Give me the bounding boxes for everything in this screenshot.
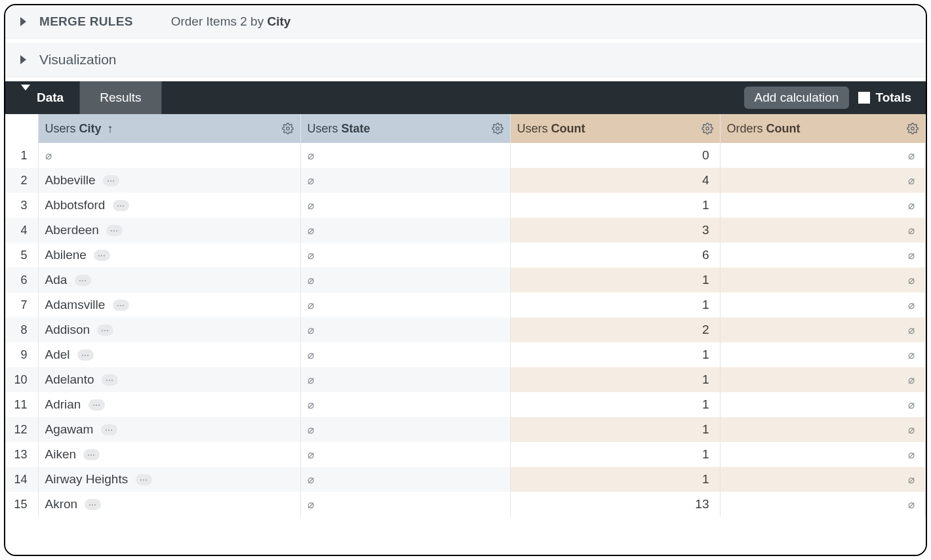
cell-state[interactable]: ⌀	[300, 168, 510, 193]
cell-state[interactable]: ⌀	[300, 367, 510, 392]
null-icon: ⌀	[307, 150, 314, 162]
more-pill-icon[interactable]: ⋯	[94, 250, 110, 261]
cell-city[interactable]: Aiken ⋯	[38, 442, 300, 467]
cell-city[interactable]: Aberdeen ⋯	[38, 218, 300, 243]
totals-checkbox[interactable]	[858, 92, 870, 104]
cell-order-count[interactable]: ⌀	[720, 268, 926, 292]
add-calculation-button[interactable]: Add calculation	[744, 87, 850, 109]
gear-icon[interactable]	[702, 123, 713, 134]
table-row: 1⌀⌀0⌀	[5, 143, 926, 168]
cell-state[interactable]: ⌀	[300, 342, 510, 367]
cell-order-count[interactable]: ⌀	[720, 342, 926, 367]
cell-city[interactable]: Adrian ⋯	[38, 392, 300, 417]
cell-state[interactable]: ⌀	[300, 143, 510, 168]
cell-user-count[interactable]: 1	[510, 467, 720, 492]
cell-order-count[interactable]: ⌀	[720, 317, 926, 342]
visualization-header[interactable]: Visualization	[5, 43, 926, 77]
cell-user-count[interactable]: 1	[510, 268, 720, 292]
cell-city[interactable]: Agawam ⋯	[38, 417, 300, 442]
cell-state[interactable]: ⌀	[300, 317, 510, 342]
cell-user-count[interactable]: 2	[510, 317, 720, 342]
table-row: 15Akron ⋯⌀13⌀	[5, 492, 926, 517]
cell-city[interactable]: Airway Heights ⋯	[38, 467, 300, 492]
cell-user-count[interactable]: 1	[510, 417, 720, 442]
cell-city[interactable]: Akron ⋯	[38, 492, 300, 517]
more-pill-icon[interactable]: ⋯	[106, 225, 123, 236]
cell-user-count[interactable]: 4	[510, 168, 720, 193]
totals-toggle[interactable]: Totals	[858, 81, 926, 114]
cell-city[interactable]: Abbotsford ⋯	[38, 193, 300, 218]
cell-order-count[interactable]: ⌀	[720, 292, 926, 317]
cell-city[interactable]: ⌀	[38, 143, 300, 168]
cell-user-count[interactable]: 1	[510, 342, 720, 367]
cell-user-count[interactable]: 1	[510, 292, 720, 317]
more-pill-icon[interactable]: ⋯	[83, 449, 100, 460]
row-number: 14	[5, 467, 38, 492]
more-pill-icon[interactable]: ⋯	[136, 474, 152, 485]
more-pill-icon[interactable]: ⋯	[103, 175, 119, 186]
cell-user-count[interactable]: 0	[510, 143, 720, 168]
cell-state[interactable]: ⌀	[300, 218, 510, 243]
cell-user-count[interactable]: 1	[510, 392, 720, 417]
cell-city[interactable]: Abilene ⋯	[38, 243, 300, 268]
cell-order-count[interactable]: ⌀	[720, 168, 926, 193]
gear-icon[interactable]	[282, 123, 294, 134]
cell-order-count[interactable]: ⌀	[720, 442, 926, 467]
col-header-state[interactable]: Users State	[300, 114, 510, 143]
more-pill-icon[interactable]: ⋯	[75, 275, 91, 286]
cell-order-count[interactable]: ⌀	[720, 243, 926, 268]
cell-city[interactable]: Abbeville ⋯	[38, 168, 300, 193]
more-pill-icon[interactable]: ⋯	[101, 424, 117, 435]
cell-city[interactable]: Adamsville ⋯	[38, 292, 300, 317]
cell-order-count[interactable]: ⌀	[720, 417, 926, 442]
cell-user-count[interactable]: 3	[510, 218, 720, 243]
cell-city[interactable]: Addison ⋯	[38, 317, 300, 342]
cell-order-count[interactable]: ⌀	[720, 143, 926, 168]
tab-results[interactable]: Results	[79, 81, 161, 114]
col-header-city[interactable]: Users City ↑	[38, 114, 300, 143]
null-icon: ⌀	[908, 498, 915, 511]
cell-order-count[interactable]: ⌀	[720, 367, 926, 392]
tab-data[interactable]: Data	[5, 81, 79, 114]
cell-state[interactable]: ⌀	[300, 268, 510, 292]
cell-user-count[interactable]: 1	[510, 367, 720, 392]
gear-icon[interactable]	[492, 123, 504, 134]
more-pill-icon[interactable]: ⋯	[113, 300, 129, 311]
cell-city[interactable]: Ada ⋯	[38, 268, 300, 292]
more-pill-icon[interactable]: ⋯	[97, 325, 113, 336]
cell-user-count[interactable]: 1	[510, 193, 720, 218]
cell-user-count[interactable]: 1	[510, 442, 720, 467]
col-header-user-count[interactable]: Users Count	[510, 114, 720, 143]
table-row: 3Abbotsford ⋯⌀1⌀	[5, 193, 926, 218]
null-icon: ⌀	[908, 174, 915, 187]
cell-state[interactable]: ⌀	[300, 417, 510, 442]
cell-state[interactable]: ⌀	[300, 492, 510, 517]
cell-state[interactable]: ⌀	[300, 392, 510, 417]
col-header-order-count[interactable]: Orders Count	[720, 114, 926, 143]
cell-state[interactable]: ⌀	[300, 193, 510, 218]
cell-order-count[interactable]: ⌀	[720, 492, 926, 517]
cell-order-count[interactable]: ⌀	[720, 392, 926, 417]
more-pill-icon[interactable]: ⋯	[89, 399, 105, 410]
cell-state[interactable]: ⌀	[300, 442, 510, 467]
cell-city[interactable]: Adel ⋯	[38, 342, 300, 367]
merge-rules-header[interactable]: MERGE RULES Order Items 2 by City	[5, 5, 926, 38]
col-header-rownum	[5, 114, 38, 143]
cell-city[interactable]: Adelanto ⋯	[38, 367, 300, 392]
cell-state[interactable]: ⌀	[300, 467, 510, 492]
table-row: 6Ada ⋯⌀1⌀	[5, 268, 926, 292]
gear-icon[interactable]	[907, 123, 919, 134]
cell-state[interactable]: ⌀	[300, 292, 510, 317]
more-pill-icon[interactable]: ⋯	[77, 350, 94, 361]
cell-state[interactable]: ⌀	[300, 243, 510, 268]
cell-order-count[interactable]: ⌀	[720, 193, 926, 218]
cell-order-count[interactable]: ⌀	[720, 467, 926, 492]
null-icon: ⌀	[307, 224, 314, 237]
cell-order-count[interactable]: ⌀	[720, 218, 926, 243]
cell-user-count[interactable]: 13	[510, 492, 720, 517]
null-icon: ⌀	[307, 473, 314, 486]
more-pill-icon[interactable]: ⋯	[102, 374, 118, 386]
cell-user-count[interactable]: 6	[510, 243, 720, 268]
more-pill-icon[interactable]: ⋯	[85, 499, 101, 510]
more-pill-icon[interactable]: ⋯	[113, 200, 129, 211]
